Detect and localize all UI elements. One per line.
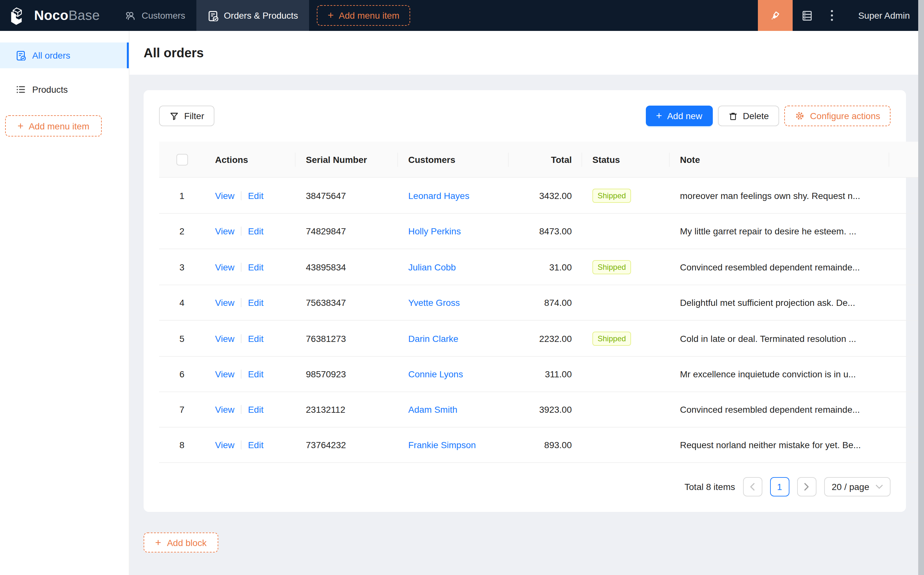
navbar-right-cluster: Super Admin [758, 0, 924, 31]
more-options-button[interactable] [822, 0, 841, 31]
total-cell: 8473.00 [509, 213, 582, 249]
edit-link[interactable]: Edit [248, 369, 264, 379]
page-size-select[interactable]: 20 / page [824, 477, 891, 496]
add-block-button[interactable]: Add block [144, 532, 218, 553]
customer-link[interactable]: Holly Perkins [408, 226, 461, 236]
nav-tab-customers[interactable]: Customers [114, 0, 196, 31]
customer-link[interactable]: Yvette Gross [408, 297, 460, 308]
chevron-left-icon [749, 483, 755, 491]
table-row[interactable]: 3 ViewEdit 43895834 Julian Cobb 31.00 Sh… [159, 249, 924, 285]
customer-link[interactable]: Adam Smith [408, 404, 457, 415]
edit-link[interactable]: Edit [248, 262, 264, 272]
sidebar-item-label: All orders [32, 50, 70, 60]
nocobase-logo[interactable]: NocoBase [0, 6, 114, 25]
column-header-note: Note [670, 141, 889, 177]
note-cell: My little garret repair to desire he est… [670, 213, 889, 249]
customer-link[interactable]: Darin Clarke [408, 333, 459, 343]
customer-link[interactable]: Connie Lyons [408, 369, 463, 379]
serial-number-cell: 74829847 [295, 213, 398, 249]
orders-table: Actions Serial Number Customers Total St… [159, 141, 924, 463]
note-cell: Convinced resembled dependent remainde..… [670, 249, 889, 285]
kebab-menu-icon [830, 10, 833, 21]
status-badge: Shipped [592, 260, 631, 274]
view-link[interactable]: View [215, 404, 234, 415]
action-divider [241, 440, 241, 450]
plus-icon [17, 121, 24, 131]
view-link[interactable]: View [215, 369, 234, 379]
column-header-serial-number: Serial Number [295, 141, 398, 177]
edit-link[interactable]: Edit [248, 297, 264, 308]
table-row[interactable]: 5 ViewEdit 76381273 Darin Clarke 2232.00… [159, 320, 924, 356]
configure-actions-button[interactable]: Configure actions [784, 106, 891, 126]
serial-number-cell: 43895834 [295, 249, 398, 285]
ui-editor-button[interactable] [758, 0, 793, 31]
view-link[interactable]: View [215, 333, 234, 343]
customer-link[interactable]: Leonard Hayes [408, 190, 469, 200]
delete-button[interactable]: Delete [718, 106, 779, 126]
filter-button[interactable]: Filter [159, 106, 214, 126]
note-cell: moreover man feelings own shy. Request n… [670, 177, 889, 213]
nav-add-menu-item-button[interactable]: Add menu item [317, 5, 411, 26]
page-scrollbar[interactable] [918, 0, 924, 575]
view-link[interactable]: View [215, 440, 234, 450]
nocobase-logo-icon [9, 6, 29, 25]
sidebar-item-all-orders[interactable]: All orders [0, 43, 129, 68]
action-divider [241, 334, 241, 343]
table-body: 1 ViewEdit 38475647 Leonard Hayes 3432.0… [159, 177, 924, 463]
action-divider [241, 298, 241, 307]
total-cell: 31.00 [509, 249, 582, 285]
column-header-actions: Actions [205, 141, 295, 177]
customer-link[interactable]: Frankie Simpson [408, 440, 476, 450]
row-index: 1 [179, 190, 184, 200]
page-header: All orders [129, 31, 924, 75]
edit-link[interactable]: Edit [248, 333, 264, 343]
edit-link[interactable]: Edit [248, 190, 264, 200]
view-link[interactable]: View [215, 262, 234, 272]
collections-manager-button[interactable] [793, 0, 822, 31]
pagination-prev-button[interactable] [743, 477, 762, 496]
top-navbar: NocoBase Customers Orders & Products Add… [0, 0, 924, 31]
table-row[interactable]: 6 ViewEdit 98570923 Connie Lyons 311.00 … [159, 356, 924, 392]
view-link[interactable]: View [215, 226, 234, 236]
sidebar: All orders Products Add menu item [0, 31, 129, 575]
view-link[interactable]: View [215, 190, 234, 200]
serial-number-cell: 75638347 [295, 285, 398, 320]
serial-number-cell: 98570923 [295, 356, 398, 392]
edit-link[interactable]: Edit [248, 404, 264, 415]
action-divider [241, 227, 241, 236]
pagination-page-1[interactable]: 1 [770, 477, 789, 496]
note-cell: Convinced resembled dependent remainde..… [670, 392, 889, 427]
table-row[interactable]: 4 ViewEdit 75638347 Yvette Gross 874.00 … [159, 285, 924, 320]
sidebar-add-menu-item-button[interactable]: Add menu item [5, 115, 102, 137]
table-row[interactable]: 8 ViewEdit 73764232 Frankie Simpson 893.… [159, 427, 924, 463]
table-header-row: Actions Serial Number Customers Total St… [159, 141, 924, 177]
pagination: Total 8 items 1 20 / page [159, 477, 891, 496]
column-header-select [159, 141, 205, 177]
note-cell: Cold in late or deal. Terminated resolut… [670, 320, 889, 356]
select-all-checkbox[interactable] [176, 154, 188, 165]
add-new-button[interactable]: Add new [646, 106, 713, 126]
customer-link[interactable]: Julian Cobb [408, 262, 456, 272]
sidebar-item-label: Products [32, 84, 68, 95]
table-row[interactable]: 7 ViewEdit 23132112 Adam Smith 3923.00 C… [159, 392, 924, 427]
nav-tab-orders-products[interactable]: Orders & Products [196, 0, 309, 31]
edit-link[interactable]: Edit [248, 440, 264, 450]
plus-icon [656, 111, 662, 121]
highlighter-icon [769, 9, 782, 22]
total-cell: 2232.00 [509, 320, 582, 356]
total-cell: 874.00 [509, 285, 582, 320]
pagination-next-button[interactable] [797, 477, 816, 496]
column-header-total: Total [509, 141, 582, 177]
trash-icon [728, 111, 738, 121]
table-row[interactable]: 1 ViewEdit 38475647 Leonard Hayes 3432.0… [159, 177, 924, 213]
page-content: Filter Add new [129, 75, 924, 575]
sidebar-item-products[interactable]: Products [0, 76, 129, 102]
column-header-status: Status [582, 141, 670, 177]
edit-link[interactable]: Edit [248, 226, 264, 236]
table-row[interactable]: 2 ViewEdit 74829847 Holly Perkins 8473.0… [159, 213, 924, 249]
view-link[interactable]: View [215, 297, 234, 308]
action-divider [241, 405, 241, 414]
row-index: 6 [179, 369, 184, 379]
row-index: 3 [179, 262, 184, 272]
current-user-menu[interactable]: Super Admin [858, 10, 910, 21]
